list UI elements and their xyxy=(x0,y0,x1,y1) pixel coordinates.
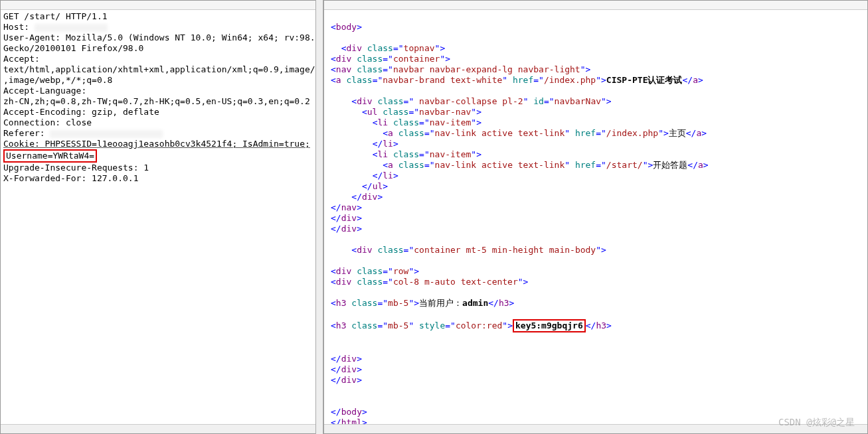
response-hscroll[interactable] xyxy=(324,424,867,433)
referer-label: Referer: xyxy=(3,128,50,138)
request-toolbar xyxy=(1,1,315,10)
response-toolbar xyxy=(324,1,867,10)
xff: X-Forwarded-For: 127.0.0.1 xyxy=(3,173,139,183)
ua-line: User-Agent: Mozilla/5.0 (Windows NT 10.0… xyxy=(3,33,315,42)
request-hscroll[interactable] xyxy=(1,424,315,433)
accept-lang-val: zh-CN,zh;q=0.8,zh-TW;q=0.7,zh-HK;q=0.5,e… xyxy=(3,96,310,106)
referer-blur xyxy=(50,130,163,138)
req-line: GET /start/ HTTP/1.1 xyxy=(3,11,108,21)
accept-lang-label: Accept-Language: xyxy=(3,86,86,96)
accept-val2: ,image/webp,*/*;q=0.8 xyxy=(3,75,112,85)
connection: Connection: close xyxy=(3,117,92,127)
username-highlight: Username=YWRtaW4= xyxy=(3,149,97,163)
request-pane: GET /start/ HTTP/1.1 Host: User-Agent: M… xyxy=(0,0,315,434)
uir: Upgrade-Insecure-Requests: 1 xyxy=(3,163,149,173)
gecko-line: Gecko/20100101 Firefox/98.0 xyxy=(3,43,143,53)
host-label: Host: xyxy=(3,22,35,32)
response-html[interactable]: <body> <div class="topnav"> <div class="… xyxy=(324,10,867,424)
pane-splitter[interactable] xyxy=(315,0,323,434)
cookie-line: Cookie: PHPSESSID=l1eooagj1easohb0cv3k45… xyxy=(3,139,310,149)
accept-val: text/html,application/xhtml+xml,applicat… xyxy=(3,64,315,74)
accept-label: Accept: xyxy=(3,54,40,64)
key-highlight: key5:m9gbqjr6 xyxy=(513,319,586,332)
accept-enc: Accept-Encoding: gzip, deflate xyxy=(3,107,159,117)
response-pane: <body> <div class="topnav"> <div class="… xyxy=(323,0,868,434)
request-text[interactable]: GET /start/ HTTP/1.1 Host: User-Agent: M… xyxy=(1,10,315,424)
host-blur xyxy=(35,24,108,32)
